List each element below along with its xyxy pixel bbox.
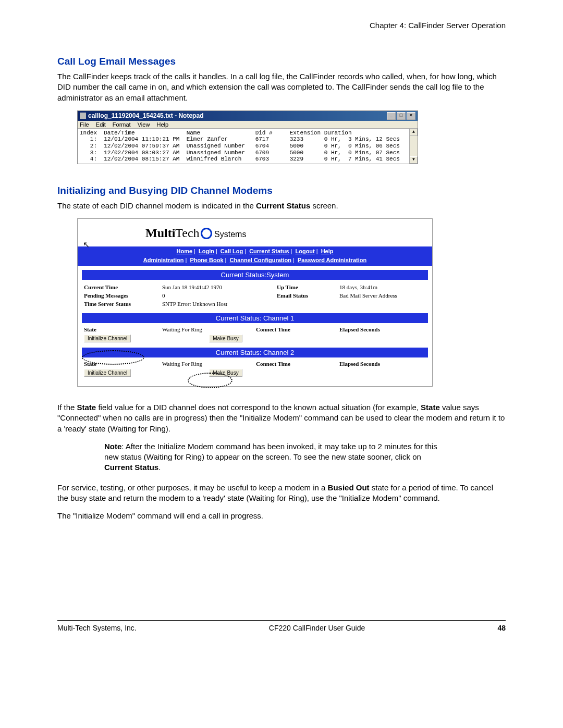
notepad-titlebar: calllog_11192004_154245.txt - Notepad _ …	[78, 111, 418, 121]
footer-page: 48	[497, 624, 506, 632]
close-icon[interactable]: ×	[407, 112, 415, 120]
lbl-pending: Pending Messages	[84, 291, 162, 300]
ch2-row: State Waiting For Ring Connect Time Elap…	[78, 360, 432, 368]
notepad-content: Index Date/Time Name Did # Extension Dur…	[78, 129, 418, 164]
notepad-icon	[80, 113, 86, 119]
subnav-phonebook[interactable]: Phone Book	[190, 257, 223, 263]
ch1-initialize-button[interactable]: Initialize Channel	[84, 335, 131, 342]
val-tss: SNTP Error: Unknown Host	[162, 300, 277, 308]
para-end: The "Initialize Modem" command will end …	[57, 511, 506, 521]
subnav-pwadmin[interactable]: Password Administration	[298, 257, 366, 263]
ch2-connect-time: Connect Time	[256, 361, 339, 367]
val-current-time: Sun Jan 18 19:41:42 1970	[162, 283, 277, 291]
logo-subtitle: Systems	[214, 230, 246, 239]
val-email: Bad Mail Server Address	[339, 291, 426, 300]
section-bar-system: Current Status:System	[82, 270, 428, 280]
system-status-grid: Current Time Sun Jan 18 19:41:42 1970 Up…	[78, 282, 432, 309]
menu-format[interactable]: Format	[113, 121, 131, 128]
nav-login[interactable]: Login	[199, 248, 214, 254]
footer-center: CF220 CallFinder User Guide	[269, 624, 365, 632]
ch2-initialize-button[interactable]: Initialize Channel	[84, 369, 131, 377]
section1-body: The CallFinder keeps track of the calls …	[57, 71, 506, 103]
ch2-makebusy-button[interactable]: Make Busy	[209, 369, 242, 377]
notepad-title: calllog_11192004_154245.txt - Notepad	[88, 112, 203, 119]
section-bar-ch1: Current Status: Channel 1	[82, 313, 428, 323]
subnav-channelcfg[interactable]: Channel Configuration	[229, 257, 291, 263]
footer-left: Multi-Tech Systems, Inc.	[57, 624, 137, 632]
section1-heading: Call Log Email Messages	[57, 56, 506, 67]
section-bar-ch2: Current Status: Channel 2	[82, 348, 428, 357]
menu-edit[interactable]: Edit	[96, 121, 106, 128]
lbl-current-time: Current Time	[84, 283, 162, 291]
menu-help[interactable]: Help	[156, 121, 168, 128]
ch1-row: State Waiting For Ring Connect Time Elap…	[78, 325, 432, 334]
para-if-state: If the State field value for a DID chann…	[57, 402, 506, 434]
ch2-elapsed: Elapsed Seconds	[339, 361, 380, 367]
menu-view[interactable]: View	[138, 121, 150, 128]
nav-currentstatus[interactable]: Current Status	[249, 248, 289, 254]
nav-logout[interactable]: Logout	[295, 248, 314, 254]
ch1-connect-time: Connect Time	[256, 326, 339, 332]
primary-nav: Home| Login| Call Log| Current Status| L…	[78, 246, 432, 256]
nav-home[interactable]: Home	[176, 248, 192, 254]
section2-heading: Initializing and Busying DID Channel Mod…	[57, 185, 506, 196]
scroll-up-icon[interactable]: ▲	[410, 129, 418, 136]
val-uptime: 18 days, 3h:41m	[339, 283, 426, 291]
notepad-window: calllog_11192004_154245.txt - Notepad _ …	[77, 110, 418, 164]
minimize-icon[interactable]: _	[387, 112, 396, 120]
cursor-icon: ↖	[83, 240, 90, 250]
ch2-state-val: Waiting For Ring	[162, 361, 256, 367]
val-pending: 0	[162, 291, 277, 300]
nav-help[interactable]: Help	[321, 248, 334, 254]
maximize-icon[interactable]: □	[397, 112, 406, 120]
note-block: Note: After the Initialize Modem command…	[104, 441, 448, 473]
ch1-state-val: Waiting For Ring	[162, 326, 256, 332]
page-footer: Multi-Tech Systems, Inc. CF220 CallFinde…	[57, 620, 506, 632]
section2-body: The state of each DID channel modem is i…	[57, 201, 506, 211]
nav-calllog[interactable]: Call Log	[221, 248, 243, 254]
lbl-uptime: Up Time	[277, 283, 339, 291]
notepad-scrollbar[interactable]: ▲ ▼	[409, 129, 418, 164]
menu-file[interactable]: File	[80, 121, 89, 128]
multitech-logo: MultiTech	[145, 226, 212, 240]
ch1-state-lbl: State	[84, 326, 162, 332]
lbl-email: Email Status	[277, 291, 339, 300]
ch2-state-lbl: State	[84, 361, 162, 367]
chapter-header: Chapter 4: CallFinder Server Operation	[57, 21, 506, 30]
notepad-menubar: File Edit Format View Help	[78, 121, 418, 129]
lbl-tss: Time Server Status	[84, 300, 162, 308]
status-panel: ↖ MultiTech Systems Home| Login| Call Lo…	[77, 218, 433, 387]
secondary-nav: Administration| Phone Book| Channel Conf…	[78, 256, 432, 266]
subnav-admin[interactable]: Administration	[143, 257, 184, 263]
scroll-down-icon[interactable]: ▼	[410, 156, 418, 164]
ch1-elapsed: Elapsed Seconds	[339, 326, 380, 332]
ch1-makebusy-button[interactable]: Make Busy	[209, 335, 242, 342]
para-service: For service, testing, or other purposes,…	[57, 483, 506, 504]
